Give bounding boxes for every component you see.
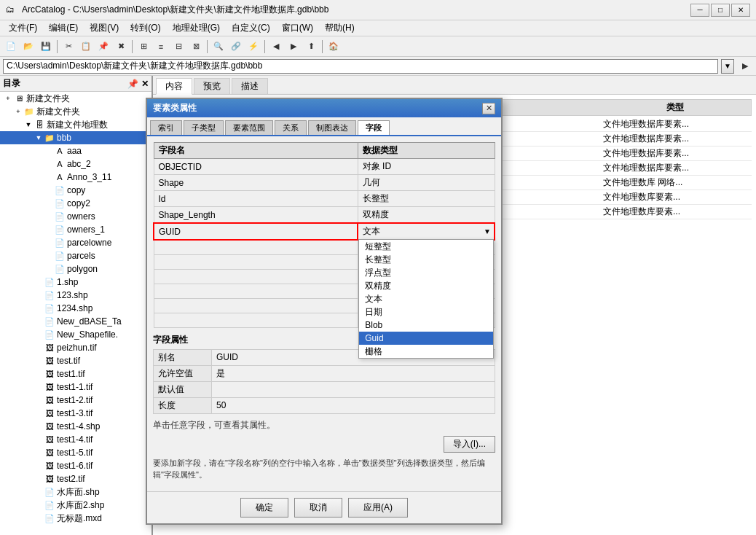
tool-home[interactable]: 🏠 (326, 39, 342, 55)
tool-grid[interactable]: ⊞ (135, 39, 151, 55)
dropdown-option[interactable]: Guid (359, 332, 493, 345)
close-panel-icon[interactable]: ✕ (141, 79, 149, 89)
field-name-cell[interactable]: Shape (154, 175, 358, 191)
menu-help[interactable]: 帮助(H) (319, 20, 361, 36)
menu-edit[interactable]: 编辑(E) (43, 20, 84, 36)
dialog-tab-cartography[interactable]: 制图表达 (308, 120, 356, 135)
field-type-cell[interactable]: 文本 ▼ 短整型 长整型 浮点型 双精度 文本 日期 (358, 223, 495, 240)
tool-new[interactable]: 📄 (3, 39, 19, 55)
tree-item[interactable]: 📄 无标题.mxd (0, 512, 151, 525)
tool-copy[interactable]: 📋 (78, 39, 94, 55)
prop-value[interactable] (212, 381, 495, 397)
tool-delete[interactable]: ✖ (113, 39, 129, 55)
pin-icon[interactable]: 📌 (127, 79, 138, 89)
dialog-tab-index[interactable]: 索引 (150, 120, 182, 135)
tree-item[interactable]: 🖼 test1-2.tif (0, 394, 151, 407)
field-name-cell[interactable]: GUID (154, 223, 358, 240)
address-input[interactable] (3, 59, 718, 74)
tool-save[interactable]: 💾 (38, 39, 54, 55)
tree-item[interactable]: A abc_2 (0, 157, 151, 171)
menu-file[interactable]: 文件(F) (3, 20, 43, 36)
field-name-cell[interactable]: Id (154, 191, 358, 207)
tree-item[interactable]: A Anno_3_11 (0, 171, 151, 184)
prop-value[interactable]: 50 (212, 397, 495, 413)
dialog-tab-fields[interactable]: 字段 (358, 120, 390, 136)
dialog-tab-extent[interactable]: 要素范围 (225, 120, 273, 135)
tree-item[interactable]: ▼ 📁 bbb (0, 131, 151, 144)
tree-item[interactable]: 📄 owners (0, 210, 151, 223)
tree-item[interactable]: 🖼 test1-6.tif (0, 459, 151, 472)
tab-describe[interactable]: 描述 (232, 78, 268, 94)
empty-name-cell[interactable] (154, 269, 358, 284)
field-row[interactable]: Id 长整型 (154, 191, 495, 207)
tree-item[interactable]: 📄 parcels (0, 249, 151, 262)
dialog-cancel-button[interactable]: 取消 (294, 498, 342, 518)
empty-name-cell[interactable] (154, 284, 358, 298)
maximize-button[interactable]: □ (711, 4, 730, 17)
dropdown-option[interactable]: 长整型 (359, 253, 493, 266)
tree-item[interactable]: 🖼 test2.tif (0, 472, 151, 485)
dropdown-option[interactable]: 栅格 (359, 345, 493, 358)
close-button[interactable]: ✕ (731, 4, 750, 17)
field-name-cell[interactable]: OBJECTID (154, 159, 358, 175)
tree-item[interactable]: 🖼 test1-4.shp (0, 420, 151, 433)
tree-item[interactable]: 📄 123.shp (0, 289, 151, 302)
tree-item[interactable]: ▼ 🗄 新建文件地理数 (0, 118, 151, 131)
field-name-cell[interactable]: Shape_Length (154, 207, 358, 224)
dropdown-option[interactable]: 短整型 (359, 240, 493, 253)
tree-item[interactable]: A aaa (0, 144, 151, 157)
address-dropdown-button[interactable]: ▼ (721, 59, 734, 74)
tree-item[interactable]: 📄 水库面2.shp (0, 499, 151, 512)
empty-name-cell[interactable] (154, 254, 358, 269)
field-row[interactable]: GUID 文本 ▼ 短整型 长整型 浮点型 双精度 文本 (154, 223, 495, 240)
dropdown-option[interactable]: Blob (359, 319, 493, 332)
tool-open[interactable]: 📂 (20, 39, 36, 55)
field-row[interactable]: OBJECTID 对象 ID (154, 159, 495, 175)
menu-window[interactable]: 窗口(W) (276, 20, 319, 36)
menu-customize[interactable]: 自定义(C) (226, 20, 276, 36)
tool-list[interactable]: ≡ (153, 39, 169, 55)
tab-content[interactable]: 内容 (156, 78, 192, 95)
tool-details[interactable]: ⊟ (170, 39, 186, 55)
dialog-apply-button[interactable]: 应用(A) (348, 498, 408, 518)
tab-preview[interactable]: 预览 (194, 78, 230, 94)
tool-forward[interactable]: ▶ (286, 39, 302, 55)
tree-item[interactable]: 📄 copy2 (0, 197, 151, 210)
tool-up[interactable]: ⬆ (303, 39, 319, 55)
dialog-close-button[interactable]: ✕ (482, 103, 495, 114)
tree-expand-icon[interactable]: + (3, 95, 13, 102)
field-row[interactable]: Shape_Length 双精度 (154, 207, 495, 224)
tree-item[interactable]: 📄 New_Shapefile. (0, 328, 151, 341)
tree-item[interactable]: 📄 水库面.shp (0, 485, 151, 499)
tool-disconnect[interactable]: ⚡ (245, 39, 261, 55)
tree-item[interactable]: 📄 polygon (0, 262, 151, 276)
tree-item[interactable]: 🖼 test1-1.tif (0, 380, 151, 394)
tool-search[interactable]: 🔍 (210, 39, 227, 55)
import-button[interactable]: 导入(I)... (444, 436, 495, 453)
tool-cut[interactable]: ✂ (60, 39, 76, 55)
tree-item[interactable]: 🖼 test.tif (0, 354, 151, 367)
tree-item[interactable]: + 🖥 新建文件夹 (0, 92, 151, 105)
tree-item[interactable]: 📄 copy (0, 184, 151, 197)
tree-item[interactable]: 📄 owners_1 (0, 223, 151, 236)
dialog-ok-button[interactable]: 确定 (240, 498, 288, 518)
dropdown-option[interactable]: 日期 (359, 305, 493, 319)
tree-item[interactable]: 📄 New_dBASE_Ta (0, 315, 151, 328)
menu-view[interactable]: 视图(V) (84, 20, 125, 36)
tree-item[interactable]: 🖼 test1-5.tif (0, 446, 151, 459)
tool-back[interactable]: ◀ (268, 39, 284, 55)
tree-item[interactable]: 📄 1.shp (0, 276, 151, 289)
prop-value[interactable]: 是 (212, 365, 495, 381)
dialog-tab-subtype[interactable]: 子类型 (184, 120, 224, 135)
tree-expand-icon[interactable]: ▼ (34, 134, 44, 141)
tree-item[interactable]: 🖼 test1-3.tif (0, 407, 151, 420)
field-type-cell[interactable]: 几何 (358, 175, 495, 191)
tool-connect[interactable]: 🔗 (228, 39, 244, 55)
tree-item[interactable]: 🖼 peizhun.tif (0, 341, 151, 354)
tree-item[interactable]: 🖼 test1.tif (0, 367, 151, 380)
tree-item[interactable]: 📄 parcelowne (0, 236, 151, 249)
tool-paste[interactable]: 📌 (95, 39, 111, 55)
tree-expand-icon[interactable]: ▼ (23, 121, 34, 128)
tree-item[interactable]: + 📁 新建文件夹 (0, 105, 151, 118)
empty-name-cell[interactable] (154, 298, 358, 313)
